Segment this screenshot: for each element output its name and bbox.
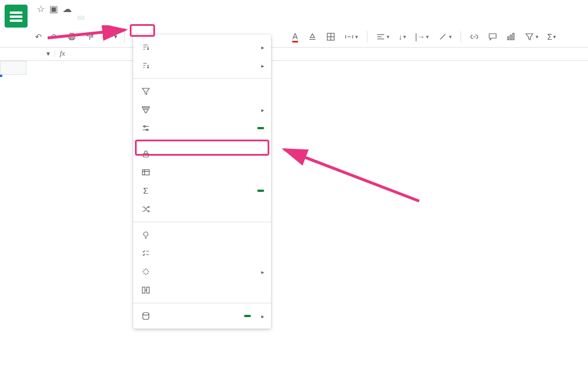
menu-split-text[interactable] [133, 281, 271, 299]
svg-rect-19 [144, 153, 149, 157]
column-headers[interactable] [0, 61, 588, 75]
svg-rect-24 [142, 287, 145, 294]
undo-button[interactable]: ↶ [32, 30, 45, 44]
menu-data-connectors[interactable]: ▸ [133, 307, 271, 325]
svg-rect-25 [147, 287, 150, 294]
menu-tools[interactable] [86, 16, 94, 20]
rotate-button[interactable]: ▼ [435, 30, 455, 44]
svg-rect-14 [142, 107, 149, 108]
filter-views-icon [140, 104, 152, 115]
fx-icon: fx [60, 49, 65, 58]
menu-protect-sheets[interactable] [133, 145, 271, 163]
shuffle-icon [140, 203, 152, 215]
sparkle-icon [140, 266, 152, 277]
menu-data[interactable] [77, 16, 85, 20]
select-all-corner[interactable] [0, 61, 26, 75]
fill-color-button[interactable] [305, 30, 320, 44]
menu-data-validation[interactable] [133, 244, 271, 263]
menu-format[interactable] [68, 16, 76, 20]
svg-point-23 [144, 232, 148, 237]
menu-view[interactable] [49, 16, 57, 20]
annotation-arrow-2 [276, 144, 425, 213]
print-button[interactable] [64, 30, 79, 44]
submenu-arrow-icon: ▸ [261, 63, 264, 69]
star-icon[interactable]: ☆ [37, 3, 45, 14]
slicer-icon [140, 122, 152, 134]
svg-line-28 [284, 149, 419, 201]
split-columns-icon [140, 284, 152, 296]
toolbar: ↶ ↷ ▼ A ▼ ▼ ↓▼ |→▼ ▼ ▼ Σ▼ [0, 28, 588, 48]
filter-icon [140, 86, 152, 97]
menu-insert[interactable] [59, 16, 67, 20]
move-icon[interactable]: ▣ [49, 3, 58, 14]
sheets-logo-icon[interactable] [5, 5, 28, 28]
svg-rect-3 [87, 33, 92, 36]
name-box[interactable]: ▼ [5, 51, 55, 57]
menu-help[interactable] [105, 16, 113, 20]
zoom-select[interactable]: ▼ [110, 34, 118, 40]
svg-rect-13 [513, 33, 514, 40]
new-badge [257, 190, 264, 192]
new-badge [244, 315, 251, 317]
checklist-icon [140, 248, 152, 259]
merge-button[interactable]: ▼ [342, 30, 361, 44]
menu-column-stats[interactable] [133, 226, 271, 244]
v-align-button[interactable]: ↓▼ [396, 30, 409, 44]
database-icon [140, 310, 152, 322]
svg-rect-11 [508, 37, 509, 40]
lock-icon [140, 148, 152, 160]
svg-rect-0 [69, 36, 75, 39]
chart-button[interactable] [504, 30, 519, 44]
menu-named-functions[interactable] [133, 182, 271, 200]
menu-bar [31, 16, 583, 20]
sort-range-icon [140, 60, 152, 71]
submenu-arrow-icon: ▸ [261, 269, 264, 275]
formula-bar: ▼ fx [0, 48, 588, 61]
cloud-status-icon[interactable]: ☁ [63, 3, 72, 14]
menu-edit[interactable] [40, 16, 48, 20]
link-button[interactable] [467, 30, 482, 44]
lightbulb-icon [140, 229, 152, 241]
menu-create-filter[interactable] [133, 82, 271, 101]
sigma-icon [140, 185, 152, 196]
svg-rect-20 [142, 170, 149, 175]
menu-filter-views[interactable]: ▸ [133, 101, 271, 119]
menu-file[interactable] [31, 16, 39, 20]
svg-rect-1 [70, 33, 74, 36]
h-align-button[interactable]: ▼ [373, 30, 393, 44]
new-badge [257, 127, 264, 129]
submenu-arrow-icon: ▸ [261, 107, 264, 113]
docs-title-bar: ☆ ▣ ☁ [0, 0, 588, 28]
redo-button[interactable]: ↷ [48, 30, 61, 44]
menu-data-cleanup[interactable]: ▸ [133, 263, 271, 281]
menu-sort-sheet[interactable]: ▸ [133, 38, 271, 56]
font-color-button[interactable]: A [289, 30, 301, 44]
borders-button[interactable] [323, 30, 338, 44]
menu-extensions[interactable] [95, 16, 103, 20]
named-ranges-icon [140, 167, 152, 178]
selection-outline [0, 75, 2, 77]
menu-named-ranges[interactable] [133, 163, 271, 182]
svg-rect-12 [510, 35, 512, 40]
comment-button[interactable] [485, 30, 500, 44]
menu-sort-range[interactable]: ▸ [133, 56, 271, 75]
data-menu-dropdown: ▸ ▸ ▸ ▸ [133, 34, 271, 329]
paint-format-button[interactable] [83, 30, 98, 44]
sort-sheet-icon [140, 41, 152, 53]
svg-point-26 [143, 313, 149, 315]
functions-button[interactable]: Σ▼ [545, 30, 559, 44]
submenu-arrow-icon: ▸ [261, 313, 264, 319]
filter-button[interactable]: ▼ [522, 30, 541, 44]
spreadsheet-grid[interactable] [0, 61, 588, 75]
wrap-button[interactable]: |→▼ [413, 30, 432, 44]
submenu-arrow-icon: ▸ [261, 44, 264, 51]
menu-randomize-range[interactable] [133, 200, 271, 218]
menu-add-slicer[interactable] [133, 119, 271, 137]
